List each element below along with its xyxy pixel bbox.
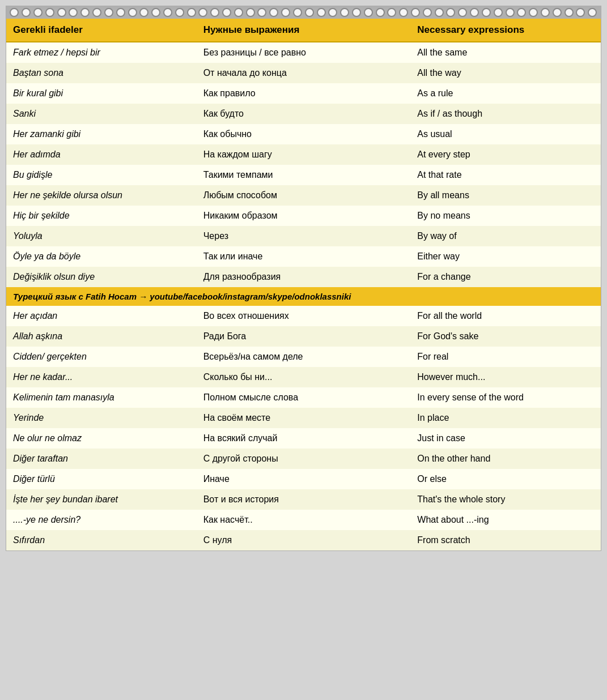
spiral-circle <box>411 8 420 17</box>
spiral-circle <box>22 8 31 17</box>
spiral-circle <box>222 8 231 17</box>
table-body: Fark etmez / hepsi birБез разницы / все … <box>6 42 601 550</box>
cell-turkish: Kelimenin tam manasıyla <box>6 387 197 408</box>
cell-turkish: Her açıdan <box>6 306 197 326</box>
cell-russian: Всерьёз/на самом деле <box>197 347 411 367</box>
cell-turkish: Baştan sona <box>6 63 197 83</box>
cell-russian: Как насчёт.. <box>197 510 411 530</box>
cell-russian: Ради Бога <box>197 326 411 347</box>
cell-russian: Как будто <box>197 104 411 124</box>
spiral-bar <box>6 6 601 19</box>
cell-russian: Для разнообразия <box>197 267 411 287</box>
cell-english: All the way <box>410 63 601 83</box>
cell-turkish: Allah aşkına <box>6 326 197 347</box>
spiral-circle <box>506 8 515 17</box>
cell-russian: Полном смысле слова <box>197 387 411 408</box>
spiral-circle <box>588 8 597 17</box>
spiral-circle <box>269 8 278 17</box>
cell-turkish: Her adımda <box>6 144 197 165</box>
cell-english: As a rule <box>410 83 601 104</box>
cell-english: In every sense of the word <box>410 387 601 408</box>
cell-english: At every step <box>410 144 601 165</box>
cell-russian: Во всех отношениях <box>197 306 411 326</box>
cell-turkish: Cidden/ gerçekten <box>6 347 197 367</box>
table-row: Allah aşkınaРади БогаFor God's sake <box>6 326 601 347</box>
separator-text: Турецкий язык с Fatih Hocam → youtube/fa… <box>6 287 601 306</box>
spiral-circle <box>293 8 302 17</box>
table-row: Diğer taraftanС другой стороныOn the oth… <box>6 449 601 469</box>
cell-turkish: ....-ye ne dersin? <box>6 510 197 530</box>
spiral-circle <box>470 8 479 17</box>
table-row: Kelimenin tam manasıylaПолном смысле сло… <box>6 387 601 408</box>
spiral-circle <box>399 8 408 17</box>
spiral-circle <box>328 8 337 17</box>
cell-english: For a change <box>410 267 601 287</box>
cell-turkish: Değişiklik olsun diye <box>6 267 197 287</box>
cell-turkish: Sıfırdan <box>6 530 197 550</box>
spiral-circle <box>246 8 255 17</box>
cell-turkish: Sanki <box>6 104 197 124</box>
table-row: SıfırdanС нуляFrom scratch <box>6 530 601 550</box>
cell-russian: На своём месте <box>197 408 411 428</box>
cell-turkish: Fark etmez / hepsi bir <box>6 42 197 63</box>
cell-english: All the same <box>410 42 601 63</box>
table-row: Her ne şekilde olursa olsunЛюбым способо… <box>6 185 601 206</box>
separator-row: Турецкий язык с Fatih Hocam → youtube/fa… <box>6 287 601 306</box>
cell-english: What about ...-ing <box>410 510 601 530</box>
spiral-circle <box>175 8 184 17</box>
table-row: Her ne kadar...Сколько бы ни...However m… <box>6 367 601 387</box>
table-row: Fark etmez / hepsi birБез разницы / все … <box>6 42 601 63</box>
spiral-circle <box>151 8 160 17</box>
cell-turkish: Yoluyla <box>6 226 197 246</box>
table-row: Bir kural gibiКак правилоAs a rule <box>6 83 601 104</box>
cell-english: By all means <box>410 185 601 206</box>
cell-english: As usual <box>410 124 601 144</box>
spiral-circle <box>435 8 444 17</box>
cell-english: At that rate <box>410 165 601 185</box>
table-row: SankiКак будтоAs if / as though <box>6 104 601 124</box>
spiral-circle <box>234 8 243 17</box>
spiral-circle <box>529 8 538 17</box>
cell-russian: На всякий случай <box>197 428 411 449</box>
cell-turkish: Hiç bir şekilde <box>6 206 197 226</box>
spiral-circle <box>364 8 373 17</box>
spiral-circle <box>494 8 503 17</box>
spiral-circle <box>576 8 585 17</box>
spiral-circle <box>517 8 526 17</box>
spiral-circle <box>387 8 396 17</box>
cell-russian: От начала до конца <box>197 63 411 83</box>
spiral-circle <box>163 8 172 17</box>
spiral-circle <box>139 8 148 17</box>
cell-english: Either way <box>410 246 601 267</box>
cell-english: By no means <box>410 206 601 226</box>
cell-english: Or else <box>410 469 601 489</box>
cell-russian: Такими темпами <box>197 165 411 185</box>
table-header-row: Gerekli ifadeler Нужные выражения Necess… <box>6 19 601 42</box>
spiral-circle <box>446 8 455 17</box>
spiral-circle <box>33 8 43 17</box>
cell-english: However much... <box>410 367 601 387</box>
header-russian: Нужные выражения <box>197 19 411 42</box>
cell-turkish: Her zamanki gibi <box>6 124 197 144</box>
cell-turkish: Diğer türlü <box>6 469 197 489</box>
cell-russian: На каждом шагу <box>197 144 411 165</box>
cell-turkish: Diğer taraftan <box>6 449 197 469</box>
table-row: YerindeНа своём местеIn place <box>6 408 601 428</box>
cell-turkish: İşte her şey bundan ibaret <box>6 489 197 510</box>
cell-russian: Сколько бы ни... <box>197 367 411 387</box>
cell-english: From scratch <box>410 530 601 550</box>
table-row: Öyle ya da böyleТак или иначеEither way <box>6 246 601 267</box>
table-row: Cidden/ gerçektenВсерьёз/на самом делеFo… <box>6 347 601 367</box>
cell-english: For God's sake <box>410 326 601 347</box>
spiral-circle <box>92 8 101 17</box>
notebook-container: Gerekli ifadeler Нужные выражения Necess… <box>6 6 601 551</box>
table-row: Diğer türlüИначеOr else <box>6 469 601 489</box>
cell-russian: С другой стороны <box>197 449 411 469</box>
spiral-circle <box>541 8 550 17</box>
table-row: Her açıdanВо всех отношенияхFor all the … <box>6 306 601 326</box>
table-row: Baştan sonaОт начала до концаAll the way <box>6 63 601 83</box>
spiral-circle <box>305 8 314 17</box>
cell-english: That's the whole story <box>410 489 601 510</box>
cell-russian: Вот и вся история <box>197 489 411 510</box>
cell-russian: Без разницы / все равно <box>197 42 411 63</box>
